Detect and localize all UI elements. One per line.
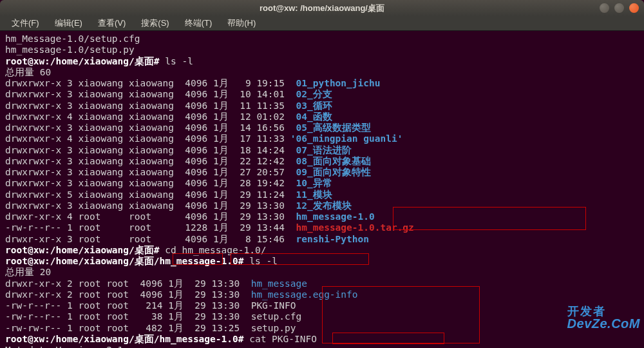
ls-perm: drwxr-xr-x 2 root root 4096 1月 29 13:30 bbox=[5, 278, 251, 289]
ls-perm: drwxrwxr-x 3 xiaowang xiaowang 4096 1月 2… bbox=[5, 178, 296, 188]
command: cat PKG-INFO bbox=[243, 334, 317, 344]
ls-name: 09_面向对象特性 bbox=[296, 167, 371, 177]
ls-name: 08_面向对象基础 bbox=[296, 156, 371, 166]
ls-name: 01_python_jichu bbox=[296, 78, 381, 88]
ls-row: drwxr-xr-x 2 root root 4096 1月 29 13:30 … bbox=[5, 278, 639, 289]
ls-perm: drwxr-xr-x 2 root root 4096 1月 29 13:30 bbox=[5, 289, 251, 300]
terminal[interactable]: hm_Message-1.0/setup.cfghm_message-1.0/s… bbox=[0, 31, 644, 348]
ls-row: drwxrwxr-x 3 xiaowang xiaowang 4096 1月 1… bbox=[5, 145, 639, 156]
scrollback-line: hm_Message-1.0/setup.cfg bbox=[5, 34, 639, 44]
ls-perm: drwxrwxr-x 3 xiaowang xiaowang 4096 1月 2… bbox=[5, 200, 296, 211]
ls-row: drwxr-xr-x 2 root root 4096 1月 29 13:30 … bbox=[5, 289, 639, 300]
ls-name: 07_语法进阶 bbox=[296, 145, 352, 155]
prompt: 桌面 bbox=[135, 256, 154, 266]
ls-name: setup.py bbox=[251, 323, 296, 333]
ls-row: drwxrwxr-x 4 xiaowang xiaowang 4096 1月 1… bbox=[5, 133, 639, 144]
scrollback-line: hm_message-1.0/setup.py bbox=[5, 44, 639, 55]
prompt: root@xw:/home/xiaowang/桌面# bbox=[5, 56, 160, 66]
command: ls -l bbox=[160, 56, 193, 66]
ls-perm: drwxr-xr-x 3 root root 4096 1月 8 15:46 bbox=[5, 234, 296, 244]
ls-row: drwxrwxr-x 3 xiaowang xiaowang 4096 1月 1… bbox=[5, 101, 639, 111]
ls-row: -rw-r--r-- 1 root root 214 1月 29 13:30 P… bbox=[5, 300, 639, 311]
prompt-cwd: 桌面# bbox=[135, 245, 160, 255]
ls-name: PKG-INFO bbox=[251, 300, 296, 311]
maximize-button[interactable] bbox=[614, 3, 624, 13]
command-line: root@xw:/home/xiaowang/桌面# ls -l bbox=[5, 56, 639, 67]
total-line: 总用量 20 bbox=[5, 267, 51, 277]
ls-perm: -rw-r--r-- 1 root root 214 1月 29 13:30 bbox=[5, 300, 251, 311]
ls-name: 04_函数 bbox=[296, 111, 332, 122]
output-line: 总用量 60 bbox=[5, 67, 639, 78]
output-line: 总用量 20 bbox=[5, 267, 639, 278]
ls-perm: drwxrwxr-x 3 xiaowang xiaowang 4096 1月 1… bbox=[5, 145, 296, 155]
ls-name: 05_高级数据类型 bbox=[296, 122, 371, 133]
output-line: Metadata-Version: 2.1 bbox=[5, 345, 639, 348]
prompt: root@xw:/home/xiaowang/桌面/hm_message-1.0… bbox=[5, 334, 243, 344]
watermark-en: DevZe.CoM bbox=[567, 317, 640, 330]
menu-view[interactable]: 查看(V) bbox=[91, 17, 132, 29]
ls-row: -rw-rw-r-- 1 root root 482 1月 29 13:25 s… bbox=[5, 323, 639, 334]
prompt: /hm_message-1.0# bbox=[154, 256, 244, 266]
ls-name: 03_循环 bbox=[296, 101, 332, 111]
ls-name: 10_异常 bbox=[296, 178, 332, 188]
ls-perm: drwxrwxr-x 3 xiaowang xiaowang 4096 1月 1… bbox=[5, 122, 296, 133]
ls-perm: -rw-r--r-- 1 root root 38 1月 29 13:30 bbox=[5, 311, 251, 322]
window-title: root@xw: /home/xiaowang/桌面 bbox=[260, 3, 384, 13]
menu-search[interactable]: 搜索(S) bbox=[135, 17, 175, 29]
menu-edit[interactable]: 编辑(E) bbox=[48, 17, 89, 29]
ls-row: drwxrwxr-x 3 xiaowang xiaowang 4096 1月 1… bbox=[5, 89, 639, 100]
close-button[interactable] bbox=[629, 3, 639, 13]
ls-name: hm_message.egg-info bbox=[251, 289, 358, 300]
ls-row: drwxrwxr-x 3 xiaowang xiaowang 4096 1月 2… bbox=[5, 167, 639, 178]
command: cd hm_message-1.0/ bbox=[160, 245, 267, 255]
watermark-cn: 开发者 bbox=[567, 305, 640, 317]
ls-name: '06_mingpian guanli' bbox=[290, 133, 403, 144]
ls-perm: drwxr-xr-x 4 root root 4096 1月 29 13:30 bbox=[5, 211, 296, 222]
command-line: root@xw:/home/xiaowang/桌面/hm_message-1.0… bbox=[5, 256, 639, 267]
menubar: 文件(F) 编辑(E) 查看(V) 搜索(S) 终端(T) 帮助(H) bbox=[0, 16, 644, 31]
ls-perm: drwxrwxr-x 3 xiaowang xiaowang 4096 1月 9… bbox=[5, 78, 296, 88]
menu-help[interactable]: 帮助(H) bbox=[221, 17, 262, 29]
prompt: root@xw:/home/xiaowang/ bbox=[5, 245, 135, 255]
ls-name: renshi-Python bbox=[296, 234, 370, 244]
ls-name: hm_message-1.0 bbox=[296, 211, 375, 222]
window-controls bbox=[600, 3, 639, 13]
ls-row: drwxrwxr-x 3 xiaowang xiaowang 4096 1月 2… bbox=[5, 156, 639, 167]
menu-file[interactable]: 文件(F) bbox=[5, 17, 46, 29]
window-titlebar: root@xw: /home/xiaowang/桌面 bbox=[0, 0, 644, 16]
ls-name: hm_message-1.0.tar.gz bbox=[296, 222, 414, 233]
output-text: hm_message-1.0/setup.py bbox=[5, 44, 135, 55]
menu-terminal[interactable]: 终端(T) bbox=[178, 17, 219, 29]
ls-perm: drwxrwxr-x 3 xiaowang xiaowang 4096 1月 2… bbox=[5, 156, 296, 166]
ls-name: 11_模块 bbox=[296, 189, 332, 200]
ls-perm: drwxrwxr-x 5 xiaowang xiaowang 4096 1月 2… bbox=[5, 189, 296, 200]
minimize-button[interactable] bbox=[600, 3, 609, 13]
ls-name: 12_发布模块 bbox=[296, 200, 352, 211]
ls-perm: drwxrwxr-x 4 xiaowang xiaowang 4096 1月 1… bbox=[5, 133, 290, 144]
prompt: root@xw:/home/xiaowang/ bbox=[5, 256, 135, 266]
ls-row: -rw-r--r-- 1 root root 38 1月 29 13:30 se… bbox=[5, 311, 639, 322]
command: ls -l bbox=[243, 256, 277, 266]
command-line: root@xw:/home/xiaowang/桌面/hm_message-1.0… bbox=[5, 334, 639, 345]
ls-row: drwxrwxr-x 3 xiaowang xiaowang 4096 1月 2… bbox=[5, 178, 639, 189]
output-text: hm_Message-1.0/setup.cfg bbox=[5, 34, 140, 44]
ls-row: -rw-r--r-- 1 root root 1228 1月 29 13:44 … bbox=[5, 222, 639, 233]
total-line: 总用量 60 bbox=[5, 67, 51, 77]
ls-perm: drwxrwxr-x 3 xiaowang xiaowang 4096 1月 2… bbox=[5, 167, 296, 177]
ls-perm: -rw-r--r-- 1 root root 1228 1月 29 13:44 bbox=[5, 222, 296, 233]
ls-row: drwxr-xr-x 3 root root 4096 1月 8 15:46 r… bbox=[5, 234, 639, 245]
ls-name: 02_分支 bbox=[296, 89, 332, 99]
ls-row: drwxrwxr-x 5 xiaowang xiaowang 4096 1月 2… bbox=[5, 189, 639, 200]
ls-row: drwxrwxr-x 4 xiaowang xiaowang 4096 1月 1… bbox=[5, 111, 639, 122]
command-line: root@xw:/home/xiaowang/桌面# cd hm_message… bbox=[5, 245, 639, 256]
ls-row: drwxrwxr-x 3 xiaowang xiaowang 4096 1月 2… bbox=[5, 200, 639, 211]
ls-row: drwxrwxr-x 3 xiaowang xiaowang 4096 1月 1… bbox=[5, 122, 639, 133]
ls-perm: -rw-rw-r-- 1 root root 482 1月 29 13:25 bbox=[5, 323, 251, 333]
ls-row: drwxr-xr-x 4 root root 4096 1月 29 13:30 … bbox=[5, 211, 639, 222]
ls-name: hm_message bbox=[251, 278, 307, 289]
ls-name: setup.cfg bbox=[251, 311, 302, 322]
watermark: 开发者 DevZe.CoM bbox=[567, 305, 640, 330]
ls-perm: drwxrwxr-x 3 xiaowang xiaowang 4096 1月 1… bbox=[5, 89, 296, 99]
output-text: Metadata-Version: 2.1 bbox=[5, 345, 123, 348]
ls-row: drwxrwxr-x 3 xiaowang xiaowang 4096 1月 9… bbox=[5, 78, 639, 89]
